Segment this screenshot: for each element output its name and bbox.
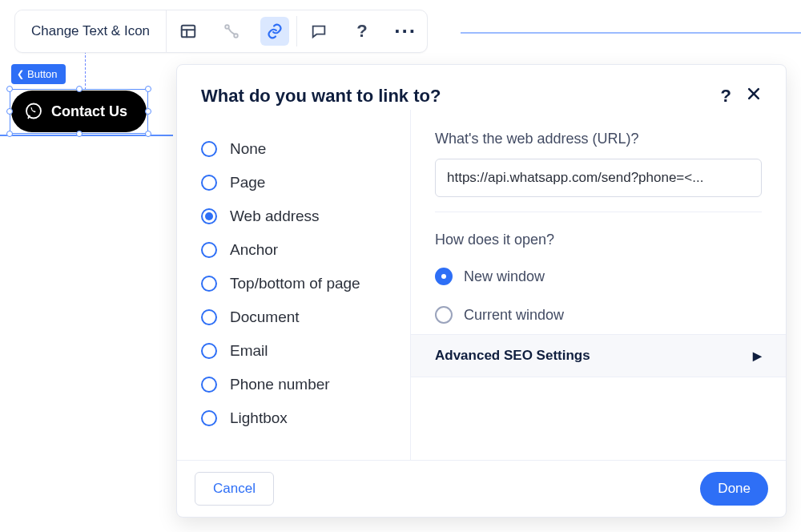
button-selection-box[interactable]: Contact Us (11, 91, 147, 132)
open-current-window[interactable]: Current window (435, 298, 762, 332)
resize-handle[interactable] (145, 131, 151, 137)
resize-handle[interactable] (76, 86, 83, 92)
link-type-document[interactable]: Document (201, 300, 392, 334)
link-type-none[interactable]: None (201, 132, 392, 166)
radio-label: Lightbox (230, 409, 288, 427)
dialog-title: What do you want to link to? (201, 86, 441, 107)
horizontal-guide (461, 32, 801, 34)
radio-icon (201, 377, 217, 393)
link-type-anchor[interactable]: Anchor (201, 233, 392, 267)
radio-label: None (230, 140, 266, 158)
advanced-seo-toggle[interactable]: Advanced SEO Settings ▶ (411, 334, 786, 377)
radio-icon (201, 276, 217, 292)
link-icon (260, 17, 289, 46)
more-button[interactable]: ··· (384, 10, 427, 52)
animation-button[interactable] (210, 10, 253, 52)
resize-handle[interactable] (76, 131, 83, 137)
dialog-footer: Cancel Done (177, 460, 786, 517)
radio-label: Phone number (230, 376, 330, 393)
animation-icon (217, 17, 246, 46)
chevron-left-icon: ❮ (17, 69, 24, 79)
vertical-guide (85, 51, 86, 90)
change-text-button[interactable]: Change Text & Icon (15, 10, 167, 52)
open-label: How does it open? (435, 232, 762, 248)
radio-label: Page (230, 174, 265, 191)
link-type-phone[interactable]: Phone number (201, 368, 392, 401)
link-type-email[interactable]: Email (201, 334, 392, 368)
link-type-page[interactable]: Page (201, 166, 392, 200)
url-label: What's the web address (URL)? (435, 131, 762, 147)
link-type-top-bottom[interactable]: Top/bottom of page (201, 267, 392, 300)
svg-rect-0 (182, 26, 195, 38)
separator (435, 212, 762, 212)
layout-button[interactable] (167, 10, 210, 52)
resize-handle[interactable] (6, 108, 13, 115)
cancel-label: Cancel (213, 481, 256, 497)
radio-icon (201, 309, 217, 325)
radio-icon (201, 175, 217, 191)
dialog-header: What do you want to link to? ? (177, 65, 786, 110)
help-button[interactable]: ? (340, 10, 384, 52)
dialog-body: None Page Web address Anchor Top/bottom … (177, 110, 786, 460)
cancel-button[interactable]: Cancel (195, 472, 274, 506)
resize-handle[interactable] (145, 86, 151, 92)
resize-handle[interactable] (145, 108, 151, 115)
seo-label: Advanced SEO Settings (435, 348, 590, 364)
radio-icon (201, 343, 217, 359)
resize-handle[interactable] (6, 86, 13, 92)
radio-label: Top/bottom of page (230, 275, 360, 292)
radio-label: Current window (464, 307, 564, 324)
open-new-window[interactable]: New window (435, 260, 762, 293)
layout-icon (174, 17, 203, 46)
element-tag-button[interactable]: ❮ Button (11, 64, 66, 84)
radio-label: Email (230, 342, 268, 360)
dialog-close-button[interactable] (746, 86, 762, 107)
radio-icon (201, 410, 217, 426)
radio-label: Document (230, 308, 300, 326)
link-config: What's the web address (URL)? How does i… (411, 110, 786, 460)
radio-label: Web address (230, 208, 320, 225)
tag-label: Button (27, 68, 58, 80)
link-button[interactable] (253, 10, 296, 52)
help-icon: ? (348, 17, 376, 46)
comment-button[interactable] (297, 10, 340, 52)
close-icon (746, 86, 762, 102)
radio-icon (201, 141, 217, 157)
radio-icon (435, 268, 453, 285)
open-group: New window Current window (435, 260, 762, 332)
element-toolbar: Change Text & Icon ? (14, 10, 428, 53)
url-input[interactable] (435, 159, 762, 197)
comment-icon (304, 17, 333, 46)
radio-icon (435, 306, 453, 324)
change-text-label: Change Text & Icon (31, 23, 150, 39)
link-type-web-address[interactable]: Web address (201, 200, 392, 233)
link-type-lightbox[interactable]: Lightbox (201, 401, 392, 435)
dialog-help-button[interactable]: ? (721, 86, 731, 107)
more-icon: ··· (391, 17, 420, 46)
contact-us-label: Contact Us (51, 103, 127, 120)
radio-label: New window (464, 268, 545, 285)
link-type-list: None Page Web address Anchor Top/bottom … (177, 110, 411, 460)
done-label: Done (718, 481, 751, 497)
whatsapp-icon (24, 102, 43, 121)
radio-icon (201, 242, 217, 258)
resize-handle[interactable] (6, 131, 13, 137)
link-dialog: What do you want to link to? ? None Page… (176, 64, 787, 518)
done-button[interactable]: Done (700, 472, 768, 506)
radio-label: Anchor (230, 241, 278, 259)
contact-us-button[interactable]: Contact Us (11, 91, 147, 132)
chevron-right-icon: ▶ (753, 349, 762, 362)
radio-icon (201, 208, 217, 224)
